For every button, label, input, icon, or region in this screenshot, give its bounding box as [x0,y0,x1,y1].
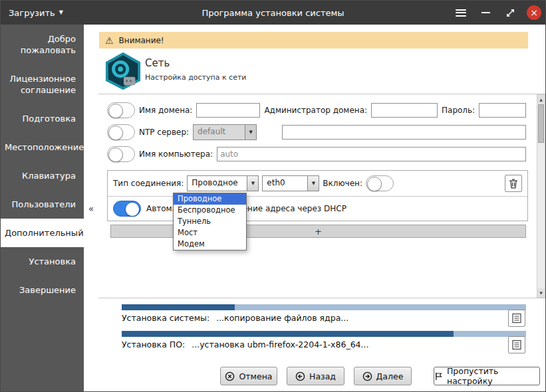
ntp-custom-input[interactable] [282,125,526,140]
hamburger-icon [456,7,466,18]
scroll-down-icon: ▼ [539,290,543,295]
sidebar-item[interactable]: Дополнительный [1,219,84,247]
connection-type-label: Тип соединения: [113,179,184,188]
main-panel: ⚠ Внимание! Сеть Настройка доступа к сет… [98,25,546,392]
scroll-down-button[interactable]: ▼ [537,288,545,297]
skip-configuration-button[interactable]: Пропустить настройку [434,367,540,385]
sidebar-item[interactable]: Завершение [1,276,84,304]
connection-type-value: Проводное [188,176,247,191]
domain-row: Имя домена: Администратор домена: Пароль… [107,102,526,119]
connection-type-dropdown[interactable]: Проводное ▼ [187,175,259,191]
minimize-icon [481,12,490,13]
warning-banner: ⚠ Внимание! [99,32,528,49]
trash-icon [509,179,518,189]
dropdown-option[interactable]: Проводное [174,193,246,205]
scrollbar-thumb[interactable] [538,104,544,143]
sidebar-item[interactable]: Лицензионное соглашение [1,64,84,104]
dropdown-option[interactable]: Мост [174,227,246,239]
chevron-down-icon: ▼ [307,176,319,191]
ntp-server-combo[interactable]: default ▼ [193,124,257,140]
close-icon: × [530,7,538,18]
back-button[interactable]: Назад [287,367,344,385]
software-progress-bar [122,331,526,337]
hostname-label: Имя компьютера: [139,149,213,159]
menu-button[interactable] [453,5,469,21]
back-label: Назад [309,371,336,381]
domain-admin-label: Администратор домена: [264,106,367,115]
connection-enabled-toggle[interactable] [366,175,394,191]
domain-name-label: Имя домена: [139,106,192,115]
hostname-input[interactable] [217,147,526,161]
bottom-divider [98,298,546,298]
skip-label: Пропустить настройку [447,366,539,386]
page-title: Сеть [145,57,170,69]
connection-settings-row: Тип соединения: Проводное ▼ eth0 ▼ Включ… [108,171,527,196]
collapse-icon: « [88,203,94,214]
system-progress-fill [122,304,235,310]
next-button[interactable]: Далее [354,367,412,385]
domain-toggle[interactable] [107,102,135,118]
load-menu-button[interactable]: Загрузить ▼ [9,1,63,25]
close-button[interactable]: × [527,5,541,20]
scroll-up-icon: ▲ [539,97,543,102]
chevron-down-icon: ▼ [247,176,258,191]
sidebar-item[interactable]: Подготовка [1,104,84,133]
chevron-down-icon: ▼ [245,125,256,140]
cancel-button[interactable]: Отмена [220,367,277,385]
interface-dropdown[interactable]: eth0 ▼ [262,175,319,191]
dhcp-toggle[interactable] [113,201,141,217]
system-progress-label: Установка системы: [122,313,209,323]
add-connection-label: + [315,227,322,237]
back-circle-icon [295,371,305,381]
system-progress-status: ...копирование файлов ядра... [216,313,348,323]
sidebar-nav: Добро пожаловатьЛицензионное соглашениеП… [1,25,84,392]
ntp-server-value: default [194,125,245,140]
minimize-button[interactable] [478,5,493,21]
delete-connection-button[interactable] [505,175,522,192]
password-label: Пароль: [442,106,475,115]
domain-admin-input[interactable] [371,103,438,118]
dhcp-row: Автоматическое получение адреса через DH… [108,196,527,221]
titlebar: Загрузить ▼ Программа установки системы … [1,1,545,25]
ntp-label: NTP сервер: [139,128,189,137]
installer-window: Загрузить ▼ Программа установки системы … [0,0,546,392]
hostname-row: Имя компьютера: [107,146,526,163]
log-icon [511,340,522,350]
system-progress-bar [122,304,526,310]
sidebar-item[interactable]: Пользователи [1,190,84,219]
next-label: Далее [376,371,404,381]
software-progress-text: Установка ПО: ...установка ubm-firefox-2… [122,340,368,349]
form-scrollbar[interactable]: ▲ ▼ [537,94,545,298]
system-progress-text: Установка системы: ...копирование файлов… [122,313,348,323]
sidebar-item[interactable]: Местоположение [1,133,84,161]
password-input[interactable] [479,103,526,118]
window-controls: × [453,1,541,25]
ntp-row: NTP сервер: default ▼ [107,124,526,141]
next-circle-icon [362,371,372,381]
page-subtitle: Настройка доступа к сети [145,73,246,82]
scroll-up-button[interactable]: ▲ [537,95,545,104]
dropdown-option[interactable]: Модем [174,239,246,250]
load-menu-label: Загрузить [9,8,55,18]
ntp-toggle[interactable] [107,124,135,140]
dropdown-option[interactable]: Беспроводное [174,205,246,216]
sidebar-item[interactable]: Добро пожаловать [1,25,84,64]
sidebar-item[interactable]: Клавиатура [1,161,84,190]
software-progress-status: ...установка ubm-firefox-2204-1-x86_64..… [192,340,368,349]
system-log-button[interactable] [508,310,525,327]
flag-icon [434,371,443,381]
connection-type-popup: ПроводноеБеспроводноеТуннельМостМодем [173,193,247,250]
domain-name-input[interactable] [196,103,260,118]
software-log-button[interactable] [508,336,525,353]
sidebar-collapse-handle[interactable]: « [84,25,98,392]
warning-icon: ⚠ [105,36,114,45]
cancel-label: Отмена [239,371,272,381]
connection-group: Тип соединения: Проводное ▼ eth0 ▼ Включ… [107,170,528,221]
header-divider [98,94,546,94]
warning-text: Внимание! [119,36,164,45]
dropdown-option[interactable]: Туннель [174,216,246,227]
hostname-toggle[interactable] [107,146,135,162]
sidebar-item[interactable]: Установка [1,247,84,276]
software-progress-fill [122,331,454,337]
maximize-button[interactable] [502,5,518,21]
